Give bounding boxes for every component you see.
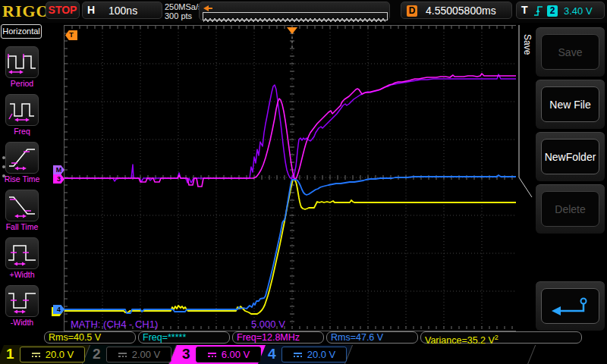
top-status-bar: RIGOL STOP H 100ns 250MSa/s 300 pts D 4.… bbox=[0, 0, 607, 23]
run-state-indicator[interactable]: STOP bbox=[46, 2, 80, 19]
menu-item-label: Fall Time bbox=[0, 222, 44, 231]
delete-button[interactable]: Delete bbox=[536, 184, 605, 234]
memory-depth: 300 pts bbox=[165, 11, 203, 20]
waveform-position-bar[interactable] bbox=[199, 2, 390, 20]
channel-4-scale: 20.0 V bbox=[307, 349, 336, 360]
menu-title: Horizontal bbox=[1, 24, 42, 39]
timebase-value: 100ns bbox=[109, 5, 137, 17]
menu-item-period[interactable]: Period bbox=[0, 46, 44, 88]
measurement-ch2-freq[interactable]: Freq=***** bbox=[138, 331, 230, 344]
return-arrow-icon bbox=[547, 295, 594, 318]
channel-3-scale: 6.00 V bbox=[222, 349, 250, 360]
menu-item-label: Period bbox=[0, 79, 44, 88]
channel-1-status[interactable]: 1 20.0 V bbox=[0, 345, 86, 364]
menu-item-label: +Width bbox=[0, 270, 44, 279]
save-softkey-menu: Save Save New File NewFolder Delete bbox=[516, 23, 607, 345]
menu-item-label: Freq bbox=[0, 127, 44, 136]
trigger-position-arrow-tail bbox=[208, 8, 212, 9]
trigger-readout-box[interactable]: T 2 3.40 V bbox=[516, 2, 605, 19]
waveform-preview bbox=[203, 17, 385, 24]
freq-icon bbox=[7, 96, 37, 124]
h-label: H bbox=[87, 4, 95, 16]
menu-item-label: -Width bbox=[0, 318, 44, 327]
trigger-source-badge: 2 bbox=[547, 5, 558, 17]
math-ground-marker[interactable]: M bbox=[53, 165, 64, 174]
menu-item-freq[interactable]: Freq bbox=[0, 94, 44, 136]
menu-page-dot bbox=[2, 156, 5, 159]
period-icon bbox=[7, 49, 37, 76]
channel-2-scale: 2.00 V bbox=[132, 349, 161, 360]
menu-item-neg-width[interactable]: -Width bbox=[0, 285, 44, 327]
fall-time-icon bbox=[7, 192, 37, 219]
measurement-ch1-variance[interactable]: Variance=35.2 V2 bbox=[420, 331, 582, 344]
delay-icon: D bbox=[407, 5, 417, 17]
trigger-level-value: 3.40 V bbox=[564, 5, 593, 17]
channel-3-number: 3 bbox=[182, 346, 190, 362]
divider bbox=[527, 345, 536, 364]
trigger-position-marker[interactable] bbox=[287, 27, 297, 34]
save-button[interactable]: Save bbox=[536, 27, 605, 77]
rise-time-icon bbox=[7, 144, 37, 171]
channel-1-scale: 20.0 V bbox=[46, 349, 74, 360]
menu-tab-save: Save bbox=[522, 34, 533, 55]
sample-rate: 250MSa/s bbox=[165, 2, 203, 11]
display-graticule: MATH: (CH4 - CH1) 5.000 V bbox=[64, 25, 521, 331]
new-file-button[interactable]: New File bbox=[536, 80, 605, 129]
dc-coupling-icon bbox=[118, 352, 127, 358]
channel-2-status[interactable]: 2 2.00 V bbox=[86, 345, 173, 364]
math-scale-label: 5.000 V bbox=[251, 318, 285, 330]
menu-page-dot bbox=[2, 174, 5, 177]
channel-status-bar: 1 20.0 V 2 2.00 V 3 6.00 V 4 20. bbox=[0, 345, 607, 364]
delay-readout-box[interactable]: D 4.55005800ms bbox=[401, 2, 512, 19]
measurement-ch4-rms[interactable]: Rms=47.6 V bbox=[326, 331, 418, 344]
waveform-preview-window bbox=[203, 12, 388, 20]
channel-3-status[interactable]: 3 6.00 V bbox=[173, 345, 262, 364]
run-state-label: STOP bbox=[49, 4, 77, 16]
math-operation-label: MATH: (CH4 - CH1) bbox=[71, 318, 158, 330]
measurement-ch1-rms[interactable]: Rms=40.5 V bbox=[44, 331, 136, 344]
back-button[interactable] bbox=[536, 281, 605, 331]
dc-coupling-icon bbox=[207, 352, 217, 358]
new-folder-button[interactable]: NewFolder bbox=[536, 132, 605, 181]
channel-4-status[interactable]: 4 20.0 V bbox=[262, 345, 349, 364]
dc-coupling-icon bbox=[31, 352, 41, 358]
menu-item-rise-time[interactable]: Rise Time bbox=[0, 142, 44, 184]
channel-2-number: 2 bbox=[93, 346, 101, 362]
menu-item-label: Rise Time bbox=[0, 174, 44, 184]
horizontal-measure-menu: Horizontal Period Freq Rise Time bbox=[0, 23, 44, 345]
channel-4-number: 4 bbox=[268, 346, 276, 362]
waveform-display bbox=[64, 26, 520, 329]
acquisition-info: 250MSa/s 300 pts bbox=[165, 2, 203, 20]
dc-coupling-icon bbox=[293, 352, 303, 358]
trigger-label: T bbox=[521, 4, 528, 16]
channel-1-number: 1 bbox=[6, 346, 14, 362]
measurement-ch3-freq[interactable]: Freq=12.8MHz bbox=[232, 331, 324, 344]
delay-value: 4.55005800ms bbox=[426, 5, 496, 17]
plus-width-icon bbox=[7, 240, 37, 267]
rising-edge-icon bbox=[533, 5, 544, 17]
menu-page-dot bbox=[2, 165, 5, 168]
ch4-ground-marker[interactable]: 4 bbox=[53, 305, 64, 314]
menu-item-fall-time[interactable]: Fall Time bbox=[0, 190, 44, 231]
horizontal-timebase-box[interactable]: H 100ns bbox=[82, 2, 162, 19]
ch3-ground-marker[interactable]: 3 bbox=[53, 174, 64, 184]
menu-item-pos-width[interactable]: +Width bbox=[0, 237, 44, 279]
minus-width-icon bbox=[7, 287, 37, 315]
